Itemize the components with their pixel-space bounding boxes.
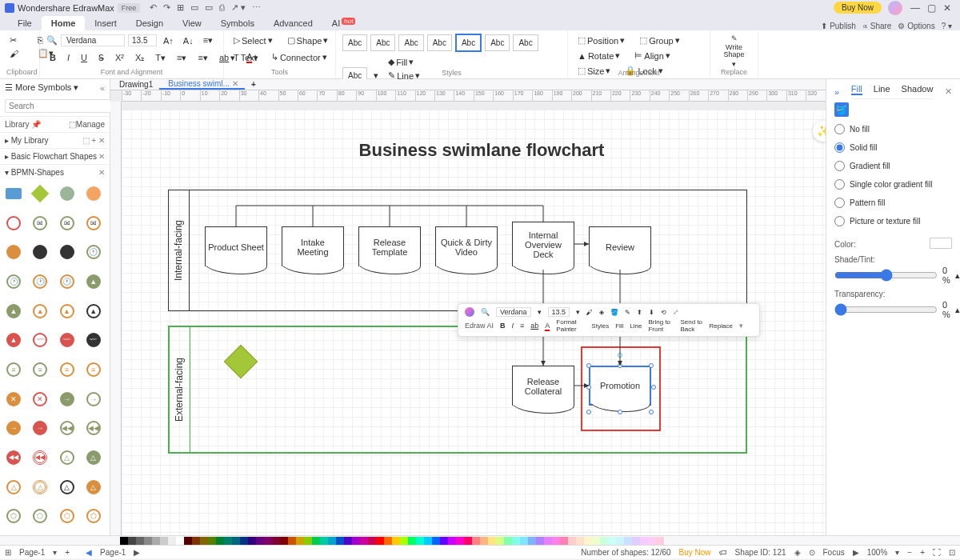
mylib-actions[interactable]: ⬚ + ✕: [82, 136, 105, 145]
minimize-icon[interactable]: —: [907, 2, 923, 14]
style-preset-6[interactable]: Abc: [485, 34, 510, 51]
color-swatch[interactable]: [392, 537, 400, 545]
float-fill-button[interactable]: 🪣: [610, 309, 618, 316]
style-preset-1[interactable]: Abc: [342, 34, 367, 51]
sb-buynow[interactable]: Buy Now: [679, 548, 711, 557]
menu-ai[interactable]: AIhot: [322, 16, 366, 30]
user-avatar[interactable]: [888, 1, 902, 15]
color-swatch[interactable]: [440, 537, 448, 545]
rp-tab-fill[interactable]: Fill: [851, 84, 862, 95]
search-input[interactable]: [5, 99, 114, 113]
sb-page[interactable]: Page-1: [19, 548, 45, 557]
color-swatch[interactable]: [528, 537, 536, 545]
color-swatch[interactable]: [600, 537, 608, 545]
shrink-font-icon[interactable]: A↓: [180, 34, 197, 47]
color-swatch[interactable]: [232, 537, 240, 545]
more-symbols[interactable]: ☰ More Symbols ▾: [5, 82, 78, 93]
trans-slider[interactable]: [834, 303, 938, 316]
color-swatch[interactable]: [224, 537, 232, 545]
rp-tab-shadow[interactable]: Shadow: [902, 84, 934, 95]
color-swatch[interactable]: [200, 537, 208, 545]
color-swatch[interactable]: [552, 537, 560, 545]
indent-icon[interactable]: ≡▾: [194, 51, 210, 65]
color-swatch[interactable]: [352, 537, 360, 545]
group-menu[interactable]: ⬚ Group▾: [636, 34, 683, 47]
sb-fullscreen-icon[interactable]: ⊡: [949, 548, 955, 557]
color-swatch[interactable]: [504, 537, 512, 545]
menu-view[interactable]: View: [173, 16, 211, 30]
color-swatch[interactable]: [640, 537, 648, 545]
color-swatch[interactable]: [520, 537, 528, 545]
color-swatch[interactable]: [336, 537, 344, 545]
color-swatch[interactable]: [432, 537, 440, 545]
color-swatch[interactable]: [584, 537, 592, 545]
close-bpmn-icon[interactable]: ✕: [98, 168, 105, 177]
color-swatch[interactable]: [216, 537, 224, 545]
color-swatch[interactable]: [192, 537, 200, 545]
help-icon[interactable]: ? ▾: [942, 22, 952, 30]
rp-tab-line[interactable]: Line: [874, 84, 890, 95]
textcase-icon[interactable]: T▾: [152, 51, 169, 65]
format-painter-button[interactable]: 🖌: [586, 309, 593, 316]
color-swatch[interactable]: [368, 537, 376, 545]
sb-zoom-out[interactable]: −: [907, 548, 912, 557]
color-swatch[interactable]: [576, 537, 584, 545]
options-link[interactable]: ⚙ Options: [898, 22, 934, 30]
float-more-icon[interactable]: ▾: [739, 322, 743, 330]
float-fontcolor-icon[interactable]: A: [545, 322, 550, 330]
color-swatch[interactable]: [328, 537, 336, 545]
shade-slider[interactable]: [834, 269, 938, 282]
float-replace-button[interactable]: ⟲: [661, 309, 666, 316]
fill-bucket-icon[interactable]: 🪣: [834, 102, 849, 117]
color-swatch[interactable]: [560, 537, 568, 545]
chart-title[interactable]: Business swimlane flowchart: [122, 140, 826, 161]
subscript-icon[interactable]: X₂: [132, 51, 147, 65]
italic-icon[interactable]: I: [64, 51, 73, 64]
opt-gradient[interactable]: [834, 161, 845, 171]
sb-focus[interactable]: Focus: [823, 548, 845, 557]
rp-close-icon[interactable]: ✕: [945, 86, 952, 97]
float-font-select[interactable]: Verdana: [496, 307, 531, 317]
tab-close-icon[interactable]: ✕: [232, 79, 238, 88]
shape-promotion[interactable]: Promotion: [589, 366, 651, 406]
search-font-icon[interactable]: 🔍: [46, 35, 58, 46]
sb-page-menu[interactable]: ▾: [53, 548, 57, 557]
color-swatch[interactable]: [592, 537, 600, 545]
select-tool[interactable]: ▷ Select▾: [230, 34, 276, 47]
underline-icon[interactable]: U: [78, 51, 90, 64]
color-swatch[interactable]: [512, 537, 520, 545]
color-swatch[interactable]: [312, 537, 320, 545]
shape-release-collateral[interactable]: Release Collateral: [512, 366, 574, 406]
color-swatch[interactable]: [320, 537, 328, 545]
shape-product-sheet[interactable]: Product Sheet: [205, 226, 267, 266]
buynow-button[interactable]: Buy Now: [834, 2, 882, 14]
color-swatch[interactable]: [624, 537, 632, 545]
sb-fit-icon[interactable]: ⛶: [933, 548, 941, 557]
grow-font-icon[interactable]: A↑: [160, 34, 177, 47]
maximize-icon[interactable]: ▢: [923, 2, 939, 14]
opt-singlegrad[interactable]: [834, 179, 845, 190]
menu-symbols[interactable]: Symbols: [211, 16, 264, 30]
align-ribbon-menu[interactable]: ⊨ Align▾: [631, 49, 673, 62]
color-swatch[interactable]: [384, 537, 392, 545]
bullets-icon[interactable]: ≡▾: [174, 51, 190, 65]
styles-button[interactable]: ◈: [599, 309, 604, 316]
edraw-ai-label[interactable]: Edraw AI: [465, 322, 494, 330]
sb-grid-icon[interactable]: ⊞: [5, 548, 11, 557]
menu-advanced[interactable]: Advanced: [264, 16, 322, 30]
fontsize-select[interactable]: 13.5: [128, 34, 157, 46]
menu-home[interactable]: Home: [42, 16, 86, 30]
text-tool[interactable]: T Text: [230, 50, 260, 64]
section-basic[interactable]: ▸ Basic Flowchart Shapes: [5, 152, 97, 161]
superscript-icon[interactable]: X²: [112, 51, 127, 64]
close-icon[interactable]: ✕: [939, 2, 955, 14]
publish-link[interactable]: ⬆ Publish: [821, 22, 856, 30]
print-icon[interactable]: ⎙: [219, 2, 225, 13]
float-underline-icon[interactable]: ab: [530, 322, 538, 330]
shape-intake-meeting[interactable]: Intake Meeting: [282, 226, 344, 266]
style-preset-4[interactable]: Abc: [427, 34, 452, 51]
color-swatch[interactable]: [264, 537, 272, 545]
color-swatch[interactable]: [456, 537, 464, 545]
undo-icon[interactable]: ↶: [150, 2, 157, 13]
doctab-2[interactable]: Business swiml... ✕: [159, 79, 245, 90]
